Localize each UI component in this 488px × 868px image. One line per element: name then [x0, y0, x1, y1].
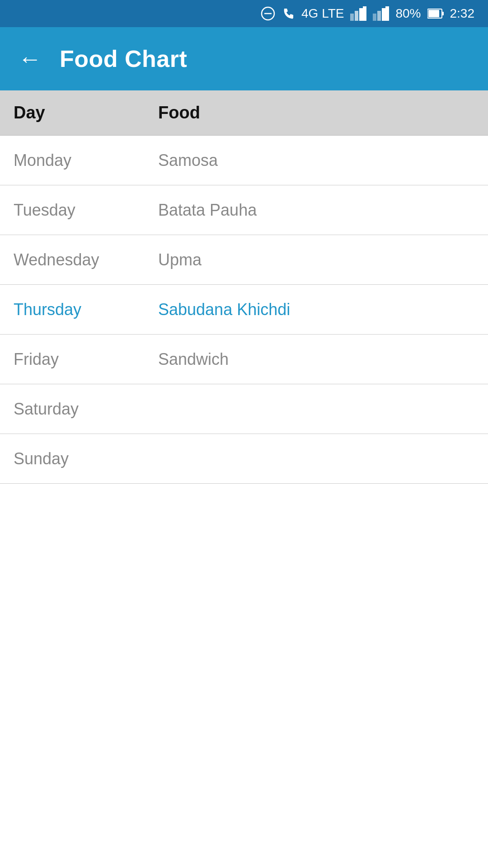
table-body: MondaySamosaTuesdayBatata PauhaWednesday…: [0, 136, 488, 484]
time-label: 2:32: [450, 6, 475, 21]
day-cell: Tuesday: [14, 201, 158, 220]
food-cell: Batata Pauha: [158, 201, 474, 220]
table-row[interactable]: Sunday: [0, 434, 488, 484]
status-icons: 4G LTE 80% 2:32: [261, 6, 474, 21]
svg-marker-6: [373, 14, 376, 21]
day-cell: Thursday: [14, 300, 158, 319]
svg-marker-7: [377, 11, 381, 21]
svg-marker-8: [382, 8, 385, 21]
svg-marker-4: [359, 8, 363, 21]
phone-icon: [282, 7, 295, 20]
day-cell: Monday: [14, 151, 158, 170]
table-row[interactable]: ThursdaySabudana Khichdi: [0, 285, 488, 335]
signal-icon-2: [373, 6, 389, 21]
table-row[interactable]: Saturday: [0, 384, 488, 434]
page-title: Food Chart: [60, 45, 187, 72]
table-header: Day Food: [0, 90, 488, 136]
food-cell: Samosa: [158, 151, 474, 170]
svg-marker-3: [355, 11, 358, 21]
day-cell: Sunday: [14, 449, 158, 468]
header-food: Food: [158, 103, 474, 123]
day-cell: Wednesday: [14, 250, 158, 269]
app-bar: ← Food Chart: [0, 27, 488, 90]
table-row[interactable]: WednesdayUpma: [0, 235, 488, 285]
svg-marker-9: [385, 6, 389, 21]
back-button[interactable]: ←: [18, 47, 42, 71]
battery-icon: [427, 8, 444, 19]
svg-marker-2: [350, 14, 354, 21]
table-row[interactable]: FridaySandwich: [0, 335, 488, 384]
day-cell: Friday: [14, 350, 158, 369]
table-row[interactable]: MondaySamosa: [0, 136, 488, 185]
network-label: 4G LTE: [301, 6, 344, 21]
food-cell: Upma: [158, 250, 474, 269]
svg-rect-11: [442, 12, 444, 15]
food-cell: Sandwich: [158, 350, 474, 369]
day-cell: Saturday: [14, 400, 158, 419]
battery-percent: 80%: [395, 6, 421, 21]
svg-marker-5: [363, 6, 366, 21]
signal-icon: [350, 6, 366, 21]
status-bar: 4G LTE 80% 2:32: [0, 0, 488, 27]
header-day: Day: [14, 103, 158, 123]
table-row[interactable]: TuesdayBatata Pauha: [0, 185, 488, 235]
dnd-icon: [261, 6, 275, 21]
food-cell: Sabudana Khichdi: [158, 300, 474, 319]
svg-rect-12: [428, 10, 439, 17]
